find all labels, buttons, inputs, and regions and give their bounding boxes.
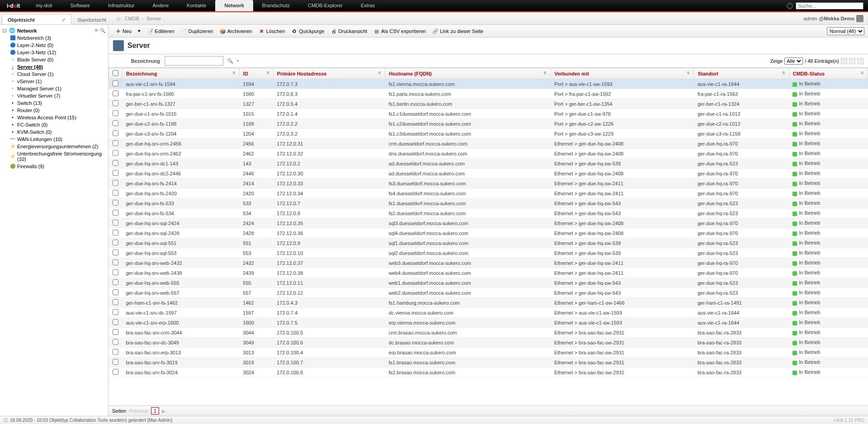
table-row[interactable]: aus-vie-c1-srv-fs-15941594172.0.7.3fs1.v… [109,79,868,89]
tree-item[interactable]: ▫Server (48) [0,63,108,71]
link-button[interactable]: 🔗Link zu dieser Seite [429,27,486,35]
tree-item[interactable]: ⚡Unterbrechungsfreie Stromversorgung (10… [0,150,108,163]
next-button[interactable]: ▶ [162,408,165,414]
tree-item[interactable]: ▪Router (0) [0,107,108,114]
tree-item[interactable]: 🟢Firewalls (9) [0,163,108,170]
row-checkbox[interactable] [113,319,118,325]
row-checkbox[interactable] [113,130,118,136]
table-row[interactable]: ger-due-hq-srv-dc2-24462446172.12.0.30ad… [109,169,868,179]
tree-item[interactable]: ▫Cloud Server (1) [0,71,108,78]
table-row[interactable]: ger-due-hq-srv-crm-24562456172.12.0.31cr… [109,139,868,149]
column-config-icon[interactable] [841,58,847,64]
tree-item[interactable]: ▪KVM-Switch (0) [0,128,108,136]
table-row[interactable]: ger-due-hq-srv-sql-24242424172.12.0.35sq… [109,218,868,228]
home-icon[interactable]: ⌂ [117,15,120,22]
row-checkbox[interactable] [113,269,118,275]
row-checkbox[interactable] [113,230,118,236]
row-checkbox[interactable] [113,299,118,305]
tree-eye-icon[interactable]: 👁 🔍 [94,28,105,33]
row-checkbox[interactable] [113,279,118,285]
table-row[interactable]: ger-ham-c1-srv-fs-14621462172.0.4.3fs1.h… [109,298,868,308]
status-filter[interactable]: Normal (48) [827,27,864,35]
column-header[interactable]: Verbunden mit⇅ [551,68,694,79]
row-checkbox[interactable] [113,240,118,245]
row-checkbox[interactable] [113,369,118,375]
nav-kontakte[interactable]: Kontakte [178,0,215,11]
row-checkbox[interactable] [113,90,118,96]
table-row[interactable]: ger-due-c2-srv-fs-11881188172.0.2.2fs1.c… [109,119,868,129]
filter-input[interactable] [165,56,223,66]
druckansicht-button[interactable]: 🖨Druckansicht [328,27,370,35]
tree-item[interactable]: ▪Switch (13) [0,99,108,107]
tree-item[interactable]: 🔵Layer-2-Netz (0) [0,42,108,49]
user-icon[interactable] [856,15,863,22]
row-checkbox[interactable] [113,250,118,255]
column-header[interactable]: Bezeichnung⇅ [123,68,240,79]
nav-network[interactable]: Network [215,0,253,11]
row-checkbox[interactable] [113,140,118,146]
status-filter-select[interactable]: Normal (48) [827,27,864,35]
table-row[interactable]: ger-ber-c1-srv-fs-13271327172.0.5.4fs1.b… [109,99,868,109]
logo[interactable]: i-doit [0,3,27,9]
table-row[interactable]: ger-due-hq-srv-web-24392439172.12.0.38we… [109,268,868,278]
table-row[interactable]: ger-due-c3-srv-fs-12041204172.0.3.2fs1.c… [109,129,868,139]
csv-export-button[interactable]: ▦Als CSV exportieren [371,27,429,35]
tree-item[interactable]: 〰WAN-Leitungen (10) [0,136,108,143]
column-header[interactable]: ID⇅ [239,68,273,79]
table-row[interactable]: ger-due-hq-srv-fs-24202420172.12.0.34fs4… [109,188,868,198]
row-checkbox[interactable] [113,170,118,176]
table-row[interactable]: fra-par-c1-srv-fs-15801580172.0.6.3fs1.p… [109,89,868,99]
tree-collapse-icon[interactable]: - [3,29,6,33]
row-checkbox[interactable] [113,259,118,265]
row-checkbox[interactable] [113,160,118,166]
table-row[interactable]: ger-due-hq-srv-web-24322432172.12.0.37we… [109,258,868,268]
row-checkbox[interactable] [113,220,118,226]
tree-item[interactable]: ▪FC-Switch (0) [0,121,108,128]
page-size-select[interactable]: Alle [784,57,803,65]
row-checkbox[interactable] [113,210,118,216]
tab-objektsicht[interactable]: Objektsicht⤢ [2,14,71,24]
tab-standortsicht[interactable]: Standortsicht [71,14,112,24]
row-checkbox[interactable] [113,359,118,365]
globe-icon[interactable]: ◯ [787,3,793,9]
duplizieren-button[interactable]: 📄Duplizieren [178,27,216,35]
quickpurge-button[interactable]: ♻Quickpurge [288,27,327,35]
search-icon[interactable]: 🔍 [227,58,233,64]
table-row[interactable]: ger-due-hq-srv-fs-24142414172.12.0.33fs3… [109,179,868,188]
column-header[interactable]: CMDB-Status⇅ [789,68,868,79]
table-row[interactable]: ger-due-hq-srv-sql-551551172.12.0.9sql1.… [109,238,868,248]
tree-item[interactable]: 🟦Netzbereich (3) [0,34,108,42]
table-row[interactable]: ger-due-hq-srv-fs-533533172.12.0.7fs1.du… [109,198,868,208]
tree-item[interactable]: ▪Wireless Access Point (15) [0,114,108,121]
table-row[interactable]: bra-sao-fac-srv-fs-30193019172.0.100.7fs… [109,358,868,367]
row-checkbox[interactable] [113,180,118,186]
previous-button[interactable]: Previous [129,408,148,414]
breadcrumb-server[interactable]: Server [144,16,164,21]
tree-item[interactable]: ▫Managed Server (1) [0,85,108,92]
table-row[interactable]: bra-sao-fac-srv-crm-30443044172.0.100.5c… [109,328,868,338]
table-row[interactable]: aus-vie-c1-srv-erp-16001600172.0.7.5erp.… [109,318,868,328]
user-info[interactable]: admin @Mokka Demo [803,15,868,22]
table-row[interactable]: ger-due-hq-srv-web-555555172.12.0.11web1… [109,278,868,288]
row-checkbox[interactable] [113,190,118,196]
refresh-icon[interactable] [849,58,855,64]
tree-item[interactable]: 🔵Layer-3-Netz (12) [0,49,108,56]
neu-button[interactable]: ✚Neu [112,27,134,35]
table-row[interactable]: ger-due-hq-srv-web-557557172.12.0.12web2… [109,288,868,298]
loeschen-button[interactable]: ✖Löschen [256,27,288,35]
row-checkbox[interactable] [113,289,118,295]
tree-item[interactable]: ▫Virtueller Server (7) [0,92,108,99]
table-row[interactable]: aus-vie-c1-srv-dc-15971597172.0.7.4dc.vi… [109,308,868,318]
breadcrumb-cmdb[interactable]: CMDB [122,16,142,21]
row-checkbox[interactable] [113,120,118,126]
row-checkbox[interactable] [113,100,118,106]
row-checkbox[interactable] [113,349,118,355]
search-input[interactable] [796,2,863,9]
column-header[interactable]: Standort⇅ [694,68,789,79]
filter-dropdown-icon[interactable]: ▾ [237,59,239,63]
row-checkbox[interactable] [113,80,118,86]
table-row[interactable]: bra-sao-fac-srv-fs-30243024172.0.100.8fs… [109,367,868,377]
nav-my-doit[interactable]: my-doit [27,0,61,11]
table-row[interactable]: ger-due-hq-srv-crm-24622462172.12.0.32dn… [109,149,868,159]
nav-cmdb-explorer[interactable]: CMDB-Explorer [299,0,352,11]
